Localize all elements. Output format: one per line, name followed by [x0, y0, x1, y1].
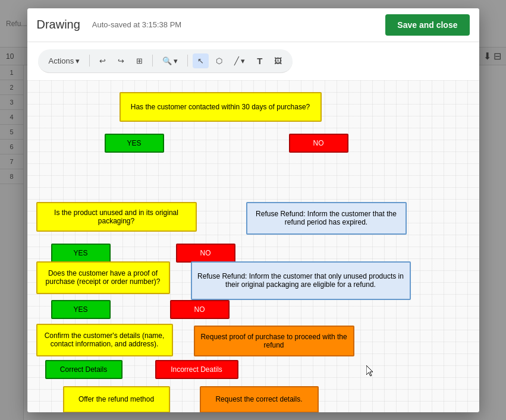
actions-chevron-icon: ▾: [76, 56, 80, 65]
modal-overlay: Drawing Auto-saved at 3:15:38 PM Save an…: [0, 0, 506, 420]
shapes-button[interactable]: ⬡: [211, 53, 227, 68]
lines-icon: ╱: [234, 56, 239, 65]
zoom-label: ▾: [174, 56, 178, 65]
flowchart-node-yes2[interactable]: YES: [51, 244, 111, 263]
flowchart-node-yes3[interactable]: YES: [51, 300, 111, 319]
flowchart-node-yes1[interactable]: YES: [105, 134, 164, 153]
text-button[interactable]: T: [252, 53, 267, 69]
actions-dropdown-button[interactable]: Actions ▾: [44, 53, 85, 68]
flowchart-node-q3[interactable]: Does the customer have a proof of purcha…: [36, 261, 170, 294]
flowchart-node-refuse2[interactable]: Refuse Refund: Inform the customer that …: [191, 261, 411, 300]
flowchart-node-q1[interactable]: Has the customer contacted within 30 day…: [120, 92, 322, 122]
mouse-cursor: [366, 365, 375, 377]
canvas-area[interactable]: Has the customer contacted within 30 day…: [27, 80, 479, 412]
flowchart: Has the customer contacted within 30 day…: [27, 80, 473, 412]
actions-label: Actions: [49, 56, 74, 65]
flowchart-node-no1[interactable]: NO: [289, 134, 348, 153]
flowchart-node-refuse1[interactable]: Refuse Refund: Inform the customer that …: [246, 202, 407, 235]
flowchart-node-no3[interactable]: NO: [170, 300, 230, 319]
drawing-dialog: Drawing Auto-saved at 3:15:38 PM Save an…: [27, 8, 479, 412]
toolbar: Actions ▾ ↩ ↪ ⊞ 🔍: [38, 49, 293, 73]
lines-button[interactable]: ╱ ▾: [230, 53, 250, 68]
toolbar-row: Actions ▾ ↩ ↪ ⊞ 🔍: [27, 42, 479, 80]
zoom-button[interactable]: 🔍 ▾: [158, 53, 183, 68]
flowchart-node-request_proof[interactable]: Request proof of purchase to proceed wit…: [194, 326, 354, 356]
toolbar-divider-1: [89, 55, 90, 67]
flowchart-node-q2[interactable]: Is the product unused and in its origina…: [36, 202, 197, 232]
flowchart-node-no2[interactable]: NO: [176, 244, 235, 263]
select-icon: ↖: [197, 56, 204, 65]
auto-saved-text: Auto-saved at 3:15:38 PM: [92, 20, 181, 29]
flowchart-node-confirm[interactable]: Confirm the customer's details (name, co…: [36, 324, 173, 356]
save-close-button[interactable]: Save and close: [385, 14, 469, 36]
zoom-icon: 🔍: [162, 56, 172, 65]
flowchart-node-request_correct[interactable]: Request the correct details.: [200, 386, 319, 412]
flowchart-node-incorrect[interactable]: Incorrect Deatils: [155, 360, 238, 379]
flowchart-node-offer_refund[interactable]: Offer the refund method: [63, 386, 170, 412]
image-button[interactable]: 🖼: [269, 53, 287, 68]
undo-icon: ↩: [99, 56, 106, 65]
dialog-header: Drawing Auto-saved at 3:15:38 PM Save an…: [27, 8, 479, 42]
undo-button[interactable]: ↩: [95, 53, 111, 68]
dialog-title: Drawing: [37, 18, 80, 31]
toolbar-divider-2: [152, 55, 153, 67]
text-icon: T: [257, 56, 262, 66]
select-tool-button[interactable]: ↖: [193, 53, 209, 68]
table-icon: ⊞: [136, 56, 143, 65]
image-icon: 🖼: [274, 56, 282, 65]
lines-chevron-icon: ▾: [241, 56, 245, 65]
toolbar-divider-3: [187, 55, 188, 67]
redo-icon: ↪: [118, 56, 124, 65]
redo-button[interactable]: ↪: [113, 53, 129, 68]
shapes-icon: ⬡: [216, 56, 222, 65]
flowchart-node-correct[interactable]: Correct Details: [45, 360, 122, 379]
insert-table-button[interactable]: ⊞: [131, 53, 147, 68]
header-left: Drawing Auto-saved at 3:15:38 PM: [37, 18, 182, 31]
